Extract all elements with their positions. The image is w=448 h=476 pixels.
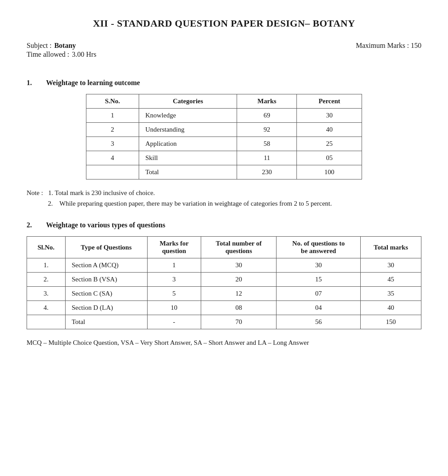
- table-cell: Understanding: [139, 123, 237, 137]
- table-cell: 3: [147, 273, 201, 287]
- table-cell: Section D (LA): [65, 301, 147, 315]
- footer-note: MCQ – Multiple Choice Question, VSA – Ve…: [27, 337, 421, 348]
- table-cell: 30: [201, 258, 277, 273]
- table-cell: 3.: [27, 287, 66, 301]
- table-row: 4.Section D (LA)10080440: [27, 301, 421, 315]
- table2-header-cell: No. of questions tobe answered: [277, 237, 361, 258]
- table-row: 3Application5825: [86, 137, 362, 151]
- table1-header-cell: Marks: [237, 94, 297, 109]
- section1-table: S.No.CategoriesMarksPercent 1Knowledge69…: [86, 94, 362, 179]
- table-row: 2Understanding9240: [86, 123, 362, 137]
- table-cell: 25: [297, 137, 362, 151]
- table-cell: 30: [277, 258, 361, 273]
- table-cell: 40: [361, 301, 421, 315]
- table-cell: 04: [277, 301, 361, 315]
- subject-label: Subject :: [27, 42, 51, 50]
- table-cell: 1: [147, 258, 201, 273]
- section2-heading: Weightage to various types of questions: [46, 221, 165, 229]
- table-cell: 150: [361, 315, 421, 329]
- table-cell: 40: [297, 123, 362, 137]
- table-cell: 11: [237, 151, 297, 165]
- marks-label: Maximum Marks :: [356, 42, 409, 49]
- table-cell: Skill: [139, 151, 237, 165]
- table-cell: Section A (MCQ): [65, 258, 147, 273]
- table-cell: 2.: [27, 273, 66, 287]
- section1-num: 1.: [27, 79, 39, 87]
- table-cell: 30: [361, 258, 421, 273]
- table-cell: 69: [237, 109, 297, 123]
- table-row: Total230100: [86, 165, 362, 179]
- table-cell: 5: [147, 287, 201, 301]
- page-title: XII - STANDARD QUESTION PAPER DESIGN– BO…: [27, 18, 421, 29]
- table2-header-cell: Marks forquestion: [147, 237, 201, 258]
- table-cell: Total: [65, 315, 147, 329]
- section1-heading: Weightage to learning outcome: [46, 79, 140, 87]
- table1-header-cell: S.No.: [86, 94, 139, 109]
- table-cell: 05: [297, 151, 362, 165]
- table-cell: 1: [86, 109, 139, 123]
- subject-value: Botany: [54, 42, 76, 50]
- table-row: 2.Section B (VSA)3201545: [27, 273, 421, 287]
- table-cell: 100: [297, 165, 362, 179]
- table1-header-cell: Percent: [297, 94, 362, 109]
- table-cell: 10: [147, 301, 201, 315]
- table-cell: -: [147, 315, 201, 329]
- table-cell: 07: [277, 287, 361, 301]
- table-cell: 08: [201, 301, 277, 315]
- table-cell: Knowledge: [139, 109, 237, 123]
- table-cell: 4.: [27, 301, 66, 315]
- table-row: 1.Section A (MCQ)1303030: [27, 258, 421, 273]
- table-cell: Section B (VSA): [65, 273, 147, 287]
- table-row: 1Knowledge6930: [86, 109, 362, 123]
- table-cell: Total: [139, 165, 237, 179]
- table-cell: [86, 165, 139, 179]
- table-cell: 58: [237, 137, 297, 151]
- table-cell: 56: [277, 315, 361, 329]
- table-row: 4Skill1105: [86, 151, 362, 165]
- table-cell: 92: [237, 123, 297, 137]
- table2-header-cell: Total marks: [361, 237, 421, 258]
- table-cell: 45: [361, 273, 421, 287]
- time-label: Time allowed :: [27, 51, 69, 59]
- table-cell: 230: [237, 165, 297, 179]
- table-cell: 30: [297, 109, 362, 123]
- note-item-1: Total mark is 230 inclusive of choice.: [55, 189, 155, 196]
- table-row: Total-7056150: [27, 315, 421, 329]
- table-cell: Section C (SA): [65, 287, 147, 301]
- table-cell: [27, 315, 66, 329]
- note-item-2: While preparing question paper, there ma…: [59, 198, 332, 209]
- table2-header-cell: Type of Questions: [65, 237, 147, 258]
- note-label: Note :: [27, 189, 43, 196]
- table-cell: 3: [86, 137, 139, 151]
- table-cell: 1.: [27, 258, 66, 273]
- section2-num: 2.: [27, 221, 39, 229]
- table-cell: 2: [86, 123, 139, 137]
- section2-table: Sl.No.Type of QuestionsMarks forquestion…: [27, 236, 421, 329]
- table-row: 3.Section C (SA)5120735: [27, 287, 421, 301]
- table-cell: 4: [86, 151, 139, 165]
- table-cell: 35: [361, 287, 421, 301]
- table-cell: 15: [277, 273, 361, 287]
- table-cell: 20: [201, 273, 277, 287]
- table2-header-cell: Total number ofquestions: [201, 237, 277, 258]
- table-cell: 12: [201, 287, 277, 301]
- table1-header-cell: Categories: [139, 94, 237, 109]
- marks-value: 150: [411, 42, 421, 49]
- table-cell: Application: [139, 137, 237, 151]
- table-cell: 70: [201, 315, 277, 329]
- table2-header-cell: Sl.No.: [27, 237, 66, 258]
- time-value: 3.00 Hrs: [72, 51, 96, 59]
